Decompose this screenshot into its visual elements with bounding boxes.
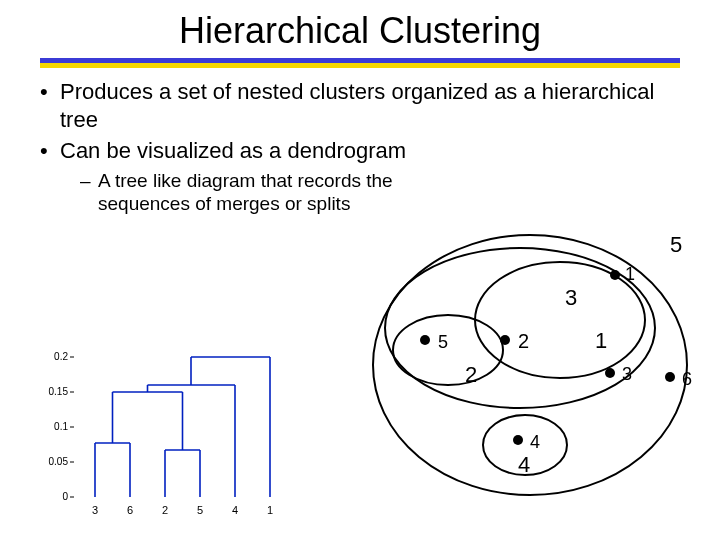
svg-point-21	[500, 335, 510, 345]
sub-bullet-item: A tree like diagram that records the seq…	[80, 169, 440, 217]
y-tick: 0	[62, 491, 68, 502]
y-tick: 0.2	[54, 351, 68, 362]
dendrogram-chart: 0 0.05 0.1 0.15 0.2 3 6 2 5 4 1	[40, 330, 300, 520]
y-tick: 0.05	[49, 456, 69, 467]
bullet-list: Produces a set of nested clusters organi…	[40, 78, 680, 216]
cluster-label: 3	[565, 285, 577, 310]
bullet-text: Can be visualized as a dendrogram	[60, 138, 406, 163]
point-label: 3	[622, 364, 632, 384]
slide: Hierarchical Clustering Produces a set o…	[0, 10, 720, 540]
svg-point-20	[610, 270, 620, 280]
y-tick: 0.1	[54, 421, 68, 432]
bullet-item: Can be visualized as a dendrogram A tree…	[40, 137, 680, 216]
x-tick: 5	[197, 504, 203, 516]
bullet-item: Produces a set of nested clusters organi…	[40, 78, 680, 133]
y-tick: 0.15	[49, 386, 69, 397]
dendrogram-lines	[95, 357, 270, 497]
slide-title: Hierarchical Clustering	[0, 10, 720, 52]
bullet-text: Produces a set of nested clusters organi…	[60, 79, 654, 132]
cluster-label: 5	[670, 232, 682, 257]
point-label: 5	[438, 332, 448, 352]
cluster-label: 1	[595, 328, 607, 353]
x-tick: 1	[267, 504, 273, 516]
x-tick: 6	[127, 504, 133, 516]
cluster-label: 2	[465, 362, 477, 387]
point-label: 4	[530, 432, 540, 452]
x-tick: 4	[232, 504, 238, 516]
x-tick: 2	[162, 504, 168, 516]
svg-point-25	[665, 372, 675, 382]
point-label: 6	[682, 369, 692, 389]
svg-point-24	[420, 335, 430, 345]
sub-bullet-text: A tree like diagram that records the seq…	[98, 170, 393, 215]
sub-bullet-list: A tree like diagram that records the seq…	[80, 169, 440, 217]
point-label: 1	[625, 264, 635, 284]
x-tick: 3	[92, 504, 98, 516]
content-area: Produces a set of nested clusters organi…	[0, 78, 720, 216]
svg-point-23	[513, 435, 523, 445]
cluster-label: 4	[518, 452, 530, 477]
svg-point-22	[605, 368, 615, 378]
point-label: 2	[518, 330, 529, 352]
nested-cluster-diagram: 1 2 3 4 5 6 5 3 1 2 4	[370, 220, 710, 510]
title-underline	[40, 58, 680, 68]
